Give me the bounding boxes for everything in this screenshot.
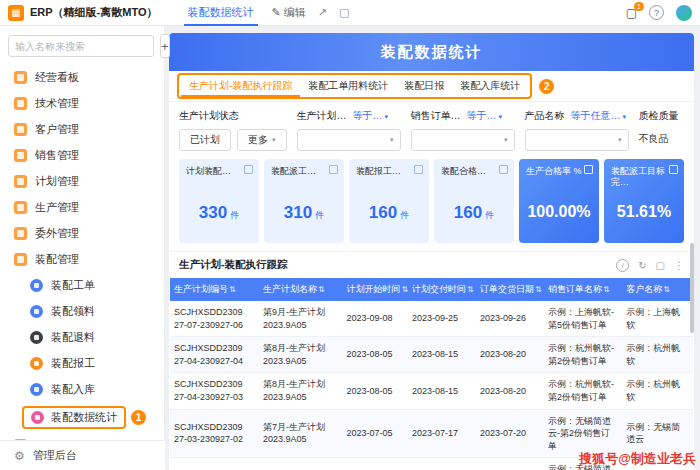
filter-operator[interactable]: 等于…▾: [353, 109, 389, 123]
admin-backend-link[interactable]: ⚙ 管理后台: [0, 440, 165, 470]
cell-customer-name: 示例：杭州帆软: [622, 373, 693, 409]
card-corner-icon[interactable]: [244, 165, 253, 174]
sidebar-item-sales[interactable]: 销售管理: [0, 142, 164, 168]
add-button[interactable]: +: [160, 34, 170, 58]
report-icon: [30, 357, 43, 370]
sidebar-item-tech[interactable]: 技术管理: [0, 90, 164, 116]
gear-icon: ⚙: [14, 449, 25, 463]
stat-dispatch-target-rate: 装配派工目标完… 51.61%: [604, 159, 684, 243]
sidebar-item-customer[interactable]: 客户管理: [0, 116, 164, 142]
chevron-down-icon: ▾: [272, 136, 276, 144]
stat-value: 100.00%: [527, 203, 590, 220]
edit-button[interactable]: ✎ 编辑: [272, 5, 306, 20]
table-row[interactable]: SCJHXSDD2309 27-07-230927-06 第9月-生产计划 20…: [170, 301, 693, 337]
page-banner: 装配数据统计: [169, 33, 694, 71]
scrollbar-thumb[interactable]: [690, 243, 694, 333]
sidebar-subitem-assembly-picking[interactable]: 装配领料: [0, 298, 164, 324]
stat-pass-rate: 生产合格率 % 100.00%: [519, 159, 599, 243]
doc-tab-active[interactable]: 装配数据统计: [184, 0, 258, 26]
card-corner-icon[interactable]: [584, 165, 593, 174]
help-icon[interactable]: ?: [649, 5, 664, 20]
filter-bar: 生产计划状态 已计划 更多▾ 生产计划…等于…▾ ▾ 销售订单…等于…▾ ▾ 产…: [169, 102, 694, 157]
return-icon: [30, 331, 43, 344]
more-icon[interactable]: ⋮: [674, 260, 684, 271]
stat-unit: 件: [230, 210, 239, 220]
refresh-icon[interactable]: ↻: [638, 260, 646, 271]
sidebar-item-label: 技术管理: [35, 96, 79, 111]
edit-icon: ✎: [272, 6, 281, 18]
table-row[interactable]: SCJHXSDD2309 27-04-230927-04 第8月-生产计划 20…: [170, 337, 693, 373]
col-delivery-date[interactable]: 订单交货日期⇅: [476, 278, 544, 301]
cell-due-date: 2023-08-15: [408, 337, 476, 373]
filter-planned-button[interactable]: 已计划: [179, 129, 231, 151]
chevron-down-icon: ▾: [499, 113, 503, 120]
erp-app: ▦ ERP（精细版-离散MTO） 装配数据统计 ✎ 编辑 ↗ ▢ ▢1 ? + …: [0, 0, 700, 470]
content-card: 装配数据统计 生产计划-装配执行跟踪 装配工单用料统计 装配日报 装配入库统计 …: [169, 33, 694, 470]
col-plan-name[interactable]: 生产计划名称⇅: [259, 278, 343, 301]
sort-icon: ⇅: [318, 285, 325, 294]
filter-more-button[interactable]: 更多▾: [237, 129, 287, 151]
notification-icon[interactable]: ▢1: [626, 6, 637, 20]
share-icon[interactable]: ↗: [318, 6, 327, 19]
col-start-date[interactable]: 计划开始时间⇅: [343, 278, 408, 301]
filter-operator[interactable]: 等于任意…▾: [571, 109, 627, 123]
sidebar-subitem-assembly-report[interactable]: 装配报工: [0, 350, 164, 376]
sidebar-item-production[interactable]: 生产管理: [0, 194, 164, 220]
tab-execution-tracking[interactable]: 生产计划-装配执行跟踪: [181, 75, 300, 97]
stat-reported-qty: 装配报工… 160件: [349, 159, 429, 243]
sidebar-item-dashboard[interactable]: 经营看板: [0, 64, 164, 90]
cell-plan-name: 第8月-生产计划 2023.9A05: [259, 337, 343, 373]
search-input[interactable]: [8, 35, 154, 57]
tab-daily-report[interactable]: 装配日报: [396, 75, 452, 97]
cell-plan-code: SCJHXSDD2309 27-07-230927-06: [170, 301, 259, 337]
stat-unit: 件: [485, 210, 494, 220]
page-title: 装配数据统计: [381, 43, 483, 62]
statistics-icon: [31, 411, 44, 424]
sidebar-subitem-assembly-return[interactable]: 装配退料: [0, 324, 164, 350]
sidebar-item-label: 装配管理: [35, 252, 79, 267]
tab-workorder-material[interactable]: 装配工单用料统计: [300, 75, 396, 97]
cell-delivery-date: 2023-07-20: [476, 409, 544, 458]
stat-title: 装配合格…: [441, 166, 507, 177]
stat-title: 计划装配…: [186, 166, 252, 177]
fullscreen-icon[interactable]: ▢: [656, 260, 665, 271]
cell-order-name: 示例：上海帆软-第5份销售订单: [544, 301, 622, 337]
sidebar-subitem-label: 装配领料: [51, 304, 95, 319]
product-name-select[interactable]: ▾: [525, 129, 629, 151]
user-avatar[interactable]: [676, 5, 692, 21]
filter-operator[interactable]: 等于…▾: [467, 109, 503, 123]
stat-title: 装配派工目标完…: [611, 166, 677, 189]
cell-due-date: 2023-07-17: [408, 458, 476, 470]
sidebar-item-plan[interactable]: 计划管理: [0, 168, 164, 194]
sidebar-subitem-assembly-inbound[interactable]: 装配入库: [0, 376, 164, 402]
card-corner-icon[interactable]: [414, 165, 423, 174]
tab-inbound-stats[interactable]: 装配入库统计: [452, 75, 528, 97]
watermark: 搜狐号@制造业老兵: [579, 450, 696, 468]
card-corner-icon[interactable]: [669, 165, 678, 174]
cell-start-date: 2023-08-05: [343, 337, 408, 373]
cell-start-date: 2023-07-05: [343, 409, 408, 458]
sidebar-item-assembly[interactable]: 装配管理: [0, 246, 164, 272]
col-plan-code[interactable]: 生产计划编号⇅: [170, 278, 259, 301]
table-header-bar: 生产计划-装配执行跟踪 i ↻ ▢ ⋮: [169, 252, 694, 278]
app-logo-icon: ▦: [8, 5, 24, 21]
sidebar-subitem-assembly-workorder[interactable]: 装配工单: [0, 272, 164, 298]
sidebar-subitem-assembly-statistics[interactable]: 装配数据统计: [22, 406, 126, 429]
col-order-name[interactable]: 销售订单名称⇅: [544, 278, 622, 301]
stat-title: 生产合格率 %: [526, 166, 592, 177]
plan-name-select[interactable]: ▾: [297, 129, 401, 151]
info-icon[interactable]: i: [616, 259, 629, 272]
chevron-down-icon: ▾: [385, 113, 389, 120]
col-customer-name[interactable]: 客户名称⇅: [622, 278, 693, 301]
sidebar-item-outsource[interactable]: 委外管理: [0, 220, 164, 246]
card-corner-icon[interactable]: [499, 165, 508, 174]
sidebar-menu: 经营看板 技术管理 客户管理 销售管理 计划管理 生产管理 委外管理 装配管理 …: [0, 64, 164, 470]
table-row[interactable]: SCJHXSDD2309 27-04-230927-03 第8月-生产计划 20…: [170, 373, 693, 409]
customer-icon: [14, 123, 27, 136]
card-corner-icon[interactable]: [329, 165, 338, 174]
quality-value[interactable]: 不良品: [639, 132, 679, 146]
col-due-date[interactable]: 计划交付时间⇅: [408, 278, 476, 301]
sales-order-select[interactable]: ▾: [411, 129, 515, 151]
sidebar-item-label: 经营看板: [35, 70, 79, 85]
fullscreen-icon[interactable]: ▢: [339, 6, 349, 19]
